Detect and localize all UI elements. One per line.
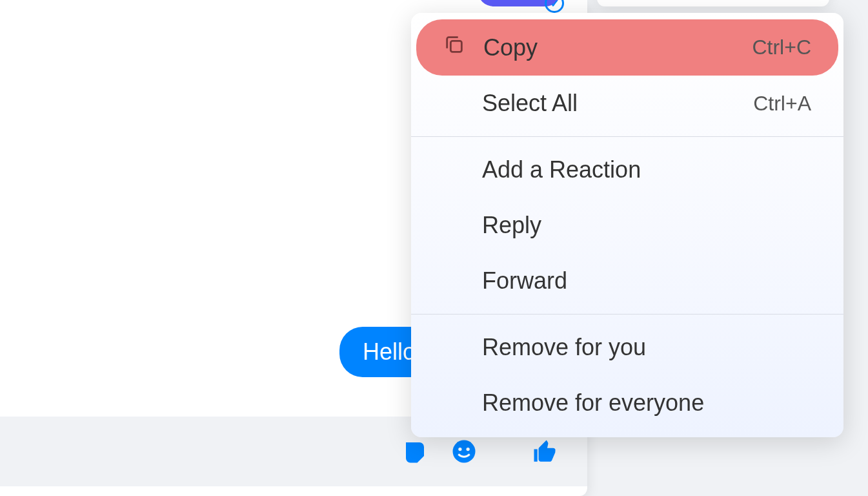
delivered-check-icon — [545, 0, 564, 13]
context-menu: Copy Ctrl+C Select All Ctrl+A Add a Reac… — [411, 13, 843, 437]
menu-label: Add a Reaction — [482, 156, 641, 183]
menu-label: Select All — [482, 90, 578, 117]
sticker-icon[interactable] — [400, 437, 430, 466]
svg-point-0 — [453, 440, 476, 463]
menu-label: Remove for you — [482, 334, 646, 361]
menu-item-copy[interactable]: Copy Ctrl+C — [416, 19, 838, 76]
menu-item-remove-you[interactable]: Remove for you — [411, 320, 843, 375]
message-text: Hello — [363, 338, 416, 365]
menu-shortcut: Ctrl+A — [753, 92, 811, 116]
menu-label: Remove for everyone — [482, 389, 704, 417]
svg-rect-3 — [450, 41, 461, 52]
menu-label: Forward — [482, 267, 567, 294]
thumb-up-icon[interactable] — [530, 437, 560, 466]
menu-item-reply[interactable]: Reply — [411, 198, 843, 253]
emoji-icon[interactable] — [449, 437, 479, 466]
menu-shortcut: Ctrl+C — [752, 36, 811, 59]
menu-divider — [411, 314, 843, 315]
menu-divider — [411, 136, 843, 137]
menu-label: Reply — [482, 212, 541, 239]
menu-item-select-all[interactable]: Select All Ctrl+A — [411, 76, 843, 131]
svg-point-1 — [458, 448, 461, 451]
menu-item-forward[interactable]: Forward — [411, 253, 843, 309]
svg-point-2 — [467, 448, 470, 451]
menu-label: Copy — [483, 34, 538, 61]
menu-item-remove-everyone[interactable]: Remove for everyone — [411, 375, 843, 431]
side-panel — [597, 0, 829, 6]
menu-item-add-reaction[interactable]: Add a Reaction — [411, 142, 843, 198]
copy-icon — [443, 34, 465, 61]
